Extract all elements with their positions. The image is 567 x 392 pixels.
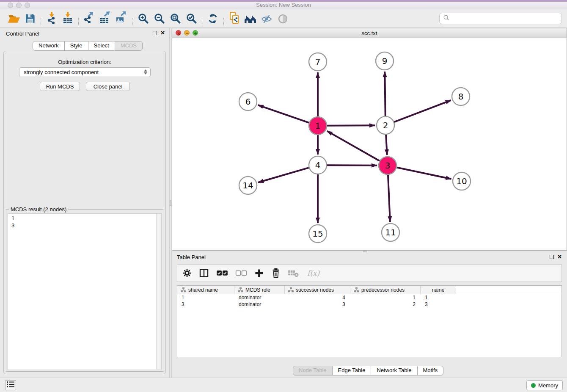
- cell-shared-name[interactable]: 3: [177, 301, 234, 308]
- run-mcds-button[interactable]: Run MCDS: [40, 82, 80, 91]
- cell-predecessor-nodes[interactable]: 1: [350, 294, 421, 301]
- network-graph[interactable]: 7968124314101511: [172, 38, 567, 250]
- hierarchy-icon: [354, 287, 359, 293]
- node-label-7: 7: [315, 57, 321, 67]
- table-panel-title: Table Panel: [177, 254, 206, 260]
- search-input[interactable]: [439, 13, 562, 24]
- result-scrollbar[interactable]: [156, 214, 161, 370]
- add-column-icon[interactable]: [254, 268, 264, 278]
- table-row[interactable]: 1dominator411: [177, 294, 561, 301]
- table-settings-icon[interactable]: [182, 268, 192, 278]
- column-label: MCDS role: [245, 287, 270, 293]
- tab-mcds[interactable]: MCDS: [115, 41, 143, 51]
- refresh-icon[interactable]: [205, 11, 221, 27]
- network-canvas[interactable]: 7968124314101511: [172, 38, 567, 250]
- column-header-shared-name[interactable]: shared name: [177, 286, 234, 294]
- header-filler: [456, 286, 561, 294]
- main-toolbar: [0, 9, 567, 28]
- clone-network-icon[interactable]: [226, 10, 242, 26]
- import-network-icon[interactable]: [44, 10, 60, 26]
- node-label-10: 10: [456, 176, 467, 186]
- delete-table-icon: [288, 269, 299, 278]
- float-panel-icon[interactable]: [550, 255, 554, 259]
- network-view-window: scc.txt 7968124314101511: [172, 28, 567, 251]
- table-header-row: shared nameMCDS rolesuccessor nodesprede…: [177, 286, 561, 294]
- edge-3-11[interactable]: [388, 175, 390, 222]
- column-label: shared name: [188, 287, 218, 293]
- close-panel-button[interactable]: Close panel: [86, 82, 130, 91]
- function-builder-icon: f(x): [306, 268, 322, 278]
- tab-network[interactable]: Network: [33, 41, 65, 51]
- cell-name[interactable]: 3: [421, 301, 456, 308]
- edge-3-10[interactable]: [397, 168, 451, 179]
- tab-select[interactable]: Select: [88, 41, 115, 51]
- splitter-grip[interactable]: [170, 200, 171, 206]
- cell-MCDS-role[interactable]: dominator: [234, 301, 285, 308]
- node-label-3: 3: [385, 160, 391, 171]
- search-field[interactable]: [452, 15, 561, 22]
- network-window-title: scc.txt: [172, 30, 567, 36]
- float-panel-icon[interactable]: [153, 31, 157, 35]
- save-session-icon[interactable]: [22, 11, 38, 27]
- memory-label: Memory: [538, 382, 558, 389]
- edge-1-6[interactable]: [258, 105, 309, 123]
- eye-slash-icon[interactable]: [259, 11, 275, 27]
- toolbar-separator: [132, 18, 132, 25]
- edge-2-8[interactable]: [394, 100, 451, 122]
- close-panel-icon[interactable]: ✕: [557, 255, 562, 259]
- table-panel-tabs: Node TableEdge TableNetwork TableMotifs: [293, 366, 443, 375]
- edge-3-1[interactable]: [327, 131, 380, 161]
- cell-predecessor-nodes[interactable]: 2: [350, 301, 421, 308]
- edge-2-3[interactable]: [386, 135, 387, 155]
- home-icon[interactable]: [242, 11, 259, 27]
- deselect-all-columns-icon[interactable]: [235, 270, 247, 276]
- column-header-predecessor-nodes[interactable]: predecessor nodes: [350, 286, 421, 294]
- cell-name[interactable]: 1: [421, 294, 456, 301]
- node-table[interactable]: shared nameMCDS rolesuccessor nodesprede…: [177, 285, 562, 357]
- zoom-selected-icon[interactable]: [183, 11, 199, 27]
- edge-4-14[interactable]: [258, 168, 309, 182]
- column-header-MCDS-role[interactable]: MCDS role: [234, 286, 285, 294]
- control-panel: Control Panel ✕ NetworkStyleSelectMCDS O…: [0, 28, 169, 378]
- result-line: 3: [11, 222, 158, 229]
- tab-motifs[interactable]: Motifs: [417, 366, 444, 375]
- tab-node-table[interactable]: Node Table: [293, 366, 333, 375]
- node-label-1: 1: [315, 121, 321, 131]
- zoom-out-icon[interactable]: [151, 11, 167, 27]
- tab-style[interactable]: Style: [64, 41, 88, 51]
- select-all-columns-icon[interactable]: [216, 270, 228, 276]
- cell-shared-name[interactable]: 1: [177, 294, 234, 301]
- cell-successor-nodes[interactable]: 4: [285, 294, 350, 301]
- column-label: predecessor nodes: [361, 287, 405, 293]
- open-session-icon[interactable]: [6, 11, 22, 27]
- hierarchy-icon: [181, 287, 186, 293]
- optimization-criterion-select[interactable]: strongly connected component: [19, 67, 151, 77]
- delete-column-icon[interactable]: [271, 268, 281, 278]
- cell-MCDS-role[interactable]: dominator: [234, 294, 285, 301]
- column-header-name[interactable]: name: [421, 286, 456, 294]
- zoom-in-icon[interactable]: [135, 11, 151, 27]
- tab-edge-table[interactable]: Edge Table: [332, 366, 372, 375]
- tab-network-table[interactable]: Network Table: [371, 366, 417, 375]
- export-image-icon[interactable]: [113, 10, 129, 26]
- export-table-icon[interactable]: [97, 10, 113, 26]
- eye-icon[interactable]: [275, 11, 291, 27]
- title-bar: Session: New Session: [0, 0, 567, 9]
- export-network-icon[interactable]: [81, 10, 97, 26]
- node-label-14: 14: [242, 180, 253, 190]
- optimization-criterion-label: Optimization criterion:: [0, 59, 169, 65]
- mcds-result-list[interactable]: 13: [8, 213, 162, 370]
- edge-4-3[interactable]: [327, 165, 377, 166]
- import-table-icon[interactable]: [60, 10, 76, 26]
- close-panel-icon[interactable]: ✕: [160, 31, 165, 35]
- cell-successor-nodes[interactable]: 3: [285, 301, 350, 308]
- edge-2-9[interactable]: [385, 72, 385, 116]
- mcds-result-title: MCDS result (2 nodes): [9, 206, 68, 213]
- table-row[interactable]: 3dominator323: [177, 301, 561, 308]
- edge-1-2[interactable]: [327, 125, 375, 126]
- column-header-successor-nodes[interactable]: successor nodes: [285, 286, 350, 294]
- memory-button[interactable]: Memory: [526, 380, 563, 390]
- show-columns-icon[interactable]: [199, 268, 209, 278]
- task-history-button[interactable]: [5, 380, 16, 390]
- zoom-fit-icon[interactable]: [167, 11, 183, 27]
